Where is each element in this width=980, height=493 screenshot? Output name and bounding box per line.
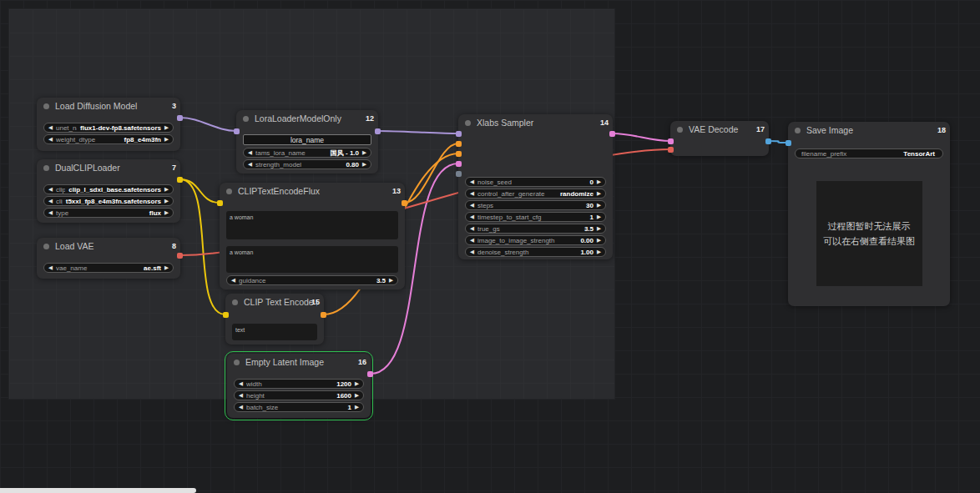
decrement-arrow-icon[interactable]: ◀ [248, 162, 252, 168]
collapse-dot-icon[interactable] [243, 116, 249, 122]
node-header[interactable]: VAE Decode17 [670, 121, 769, 138]
latent-input-slot[interactable] [456, 161, 462, 167]
node-load-diffusion-model[interactable]: Load Diffusion Model3◀unet_nameflux1-dev… [37, 98, 180, 151]
clip-input-slot[interactable] [217, 200, 223, 206]
node-header[interactable]: CLIP Text Encode (Prompt15 [225, 294, 324, 310]
model-output-slot[interactable] [177, 115, 183, 121]
node-header[interactable]: Empty Latent Image16 [227, 354, 371, 370]
node-header[interactable]: DualCLIPLoader7 [37, 159, 180, 176]
widget-filename-prefix[interactable]: filename_prefixTensorArt [795, 148, 943, 158]
increment-arrow-icon[interactable]: ▶ [597, 249, 601, 255]
decrement-arrow-icon[interactable]: ◀ [470, 191, 474, 197]
widget-clip-name1[interactable]: ◀clip_name1clip_l_sdxl_base.safetensors▶ [43, 184, 174, 194]
conditioning-input-slot[interactable] [456, 141, 462, 147]
widget-width[interactable]: ◀width1200▶ [234, 379, 364, 389]
decrement-arrow-icon[interactable]: ◀ [231, 278, 235, 284]
increment-arrow-icon[interactable]: ▶ [164, 210, 169, 216]
collapse-dot-icon[interactable] [226, 189, 232, 194]
node-header[interactable]: Load Diffusion Model3 [37, 98, 180, 114]
increment-arrow-icon[interactable]: ▶ [597, 214, 601, 220]
collapse-dot-icon[interactable] [43, 244, 49, 249]
increment-arrow-icon[interactable]: ▶ [164, 137, 169, 143]
graph-canvas[interactable]: Load Diffusion Model3◀unet_nameflux1-dev… [0, 0, 980, 493]
decrement-arrow-icon[interactable]: ◀ [470, 179, 474, 185]
increment-arrow-icon[interactable]: ▶ [389, 278, 393, 284]
widget-guidance[interactable]: ◀guidance3.5▶ [226, 275, 398, 285]
image-input-slot[interactable] [786, 140, 791, 146]
increment-arrow-icon[interactable]: ▶ [355, 393, 359, 399]
increment-arrow-icon[interactable]: ▶ [355, 381, 359, 387]
collapse-dot-icon[interactable] [43, 103, 49, 109]
node-header[interactable]: Load VAE8 [37, 238, 180, 254]
node-header[interactable]: Save Image18 [788, 122, 950, 138]
node-clip-text-encode-prompt[interactable]: CLIP Text Encode (Prompt15text [225, 294, 324, 345]
decrement-arrow-icon[interactable]: ◀ [239, 405, 243, 410]
vae-input-slot[interactable] [668, 147, 674, 153]
node-header[interactable]: Xlabs Sampler14 [458, 114, 613, 131]
widget-tams-lora-name[interactable]: ◀tams_lora_name国风 - 1.0▶ [243, 148, 371, 158]
decrement-arrow-icon[interactable]: ◀ [48, 187, 53, 193]
increment-arrow-icon[interactable]: ▶ [164, 265, 169, 271]
decrement-arrow-icon[interactable]: ◀ [470, 203, 474, 209]
decrement-arrow-icon[interactable]: ◀ [470, 226, 474, 232]
increment-arrow-icon[interactable]: ▶ [597, 203, 601, 209]
node-dualcliploader[interactable]: DualCLIPLoader7◀clip_name1clip_l_sdxl_ba… [37, 159, 180, 223]
widget-strength-model[interactable]: ◀strength_model0.80▶ [243, 159, 371, 169]
increment-arrow-icon[interactable]: ▶ [355, 405, 359, 410]
collapse-dot-icon[interactable] [232, 299, 238, 305]
widget-image-to-image-strength[interactable]: ◀image_to_image_strength0.00▶ [465, 235, 606, 245]
clip-output-slot[interactable] [177, 177, 183, 183]
image-output-slot[interactable] [765, 138, 771, 144]
widget-height[interactable]: ◀height1600▶ [234, 390, 364, 400]
widget-unet-name[interactable]: ◀unet_nameflux1-dev-fp8.safetensors▶ [43, 123, 174, 133]
increment-arrow-icon[interactable]: ▶ [597, 238, 601, 244]
vae-output-slot[interactable] [177, 253, 183, 259]
node-xlabs-sampler[interactable]: Xlabs Sampler14◀noise_seed0▶◀control_aft… [458, 114, 613, 259]
decrement-arrow-icon[interactable]: ◀ [239, 381, 243, 387]
decrement-arrow-icon[interactable]: ◀ [470, 249, 474, 255]
lora-name-combo[interactable]: lora_name [243, 134, 371, 145]
collapse-dot-icon[interactable] [795, 128, 801, 133]
widget-vae-name[interactable]: ◀vae_nameae.sft▶ [43, 263, 174, 273]
decrement-arrow-icon[interactable]: ◀ [48, 210, 53, 216]
latent-output-slot[interactable] [609, 131, 615, 137]
horizontal-scrollbar-thumb[interactable] [0, 488, 196, 493]
node-loraloadermodelonly[interactable]: LoraLoaderModelOnly12lora_name◀tams_lora… [236, 110, 378, 174]
node-header[interactable]: LoraLoaderModelOnly12 [236, 110, 378, 127]
model-input-slot[interactable] [456, 131, 462, 137]
widget-control-after-generate[interactable]: ◀control_after_generaterandomize▶ [465, 189, 606, 199]
node-load-vae[interactable]: Load VAE8◀vae_nameae.sft▶ [37, 238, 180, 279]
prompt-textarea[interactable]: a woman [226, 211, 398, 239]
collapse-dot-icon[interactable] [43, 165, 49, 171]
decrement-arrow-icon[interactable]: ◀ [48, 265, 53, 271]
controlnet-input-slot[interactable] [456, 171, 462, 177]
increment-arrow-icon[interactable]: ▶ [164, 199, 169, 204]
widget-clip-name2[interactable]: ◀clip_name2t5xxl_fp8_e4m3fn.safetensors▶ [43, 196, 174, 206]
decrement-arrow-icon[interactable]: ◀ [48, 199, 53, 204]
conditioning-output-slot[interactable] [402, 200, 407, 206]
collapse-dot-icon[interactable] [677, 127, 683, 133]
latent-output-slot[interactable] [367, 371, 373, 377]
model-output-slot[interactable] [375, 128, 381, 134]
decrement-arrow-icon[interactable]: ◀ [239, 393, 243, 399]
widget-weight-dtype[interactable]: ◀weight_dtypefp8_e4m3fn▶ [43, 134, 174, 144]
widget-noise-seed[interactable]: ◀noise_seed0▶ [465, 177, 606, 187]
prompt-textarea[interactable]: text [232, 324, 317, 340]
widget-steps[interactable]: ◀steps30▶ [465, 200, 606, 210]
latent-input-slot[interactable] [668, 138, 674, 144]
widget-batch-size[interactable]: ◀batch_size1▶ [234, 402, 364, 412]
decrement-arrow-icon[interactable]: ◀ [48, 125, 53, 131]
increment-arrow-icon[interactable]: ▶ [362, 162, 366, 168]
decrement-arrow-icon[interactable]: ◀ [470, 238, 474, 244]
increment-arrow-icon[interactable]: ▶ [164, 187, 169, 193]
increment-arrow-icon[interactable]: ▶ [597, 226, 601, 232]
collapse-dot-icon[interactable] [465, 120, 471, 126]
collapse-dot-icon[interactable] [234, 360, 240, 365]
decrement-arrow-icon[interactable]: ◀ [470, 214, 474, 220]
conditioning-output-slot[interactable] [321, 312, 326, 318]
node-empty-latent-image[interactable]: Empty Latent Image16◀width1200▶◀height16… [227, 354, 371, 418]
increment-arrow-icon[interactable]: ▶ [597, 191, 601, 197]
node-cliptextencodeflux[interactable]: CLIPTextEncodeFlux13a womana woman◀guida… [220, 183, 405, 289]
increment-arrow-icon[interactable]: ▶ [597, 179, 601, 185]
clip-input-slot[interactable] [223, 312, 229, 318]
